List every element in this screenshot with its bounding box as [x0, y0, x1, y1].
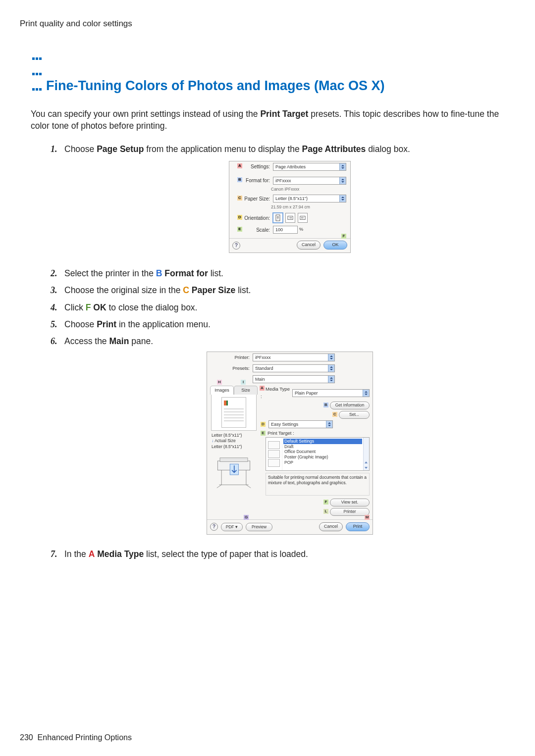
target-item-poster[interactable]: Poster (Graphic Image) [283, 454, 362, 460]
target-item-office[interactable]: Office Document [283, 449, 362, 454]
page-preview [211, 395, 257, 431]
letter-tag-f: F [341, 234, 346, 239]
paper-size-sub: 21.59 cm x 27.94 cm [269, 204, 350, 211]
step-3: Choose the original size in the C Paper … [51, 284, 515, 301]
preview-button[interactable]: Preview [246, 523, 272, 531]
footer-section: Enhanced Printing Options [38, 733, 132, 742]
step-5: Choose Print in the application menu. [51, 318, 515, 335]
page-footer: 230 Enhanced Printing Options [20, 733, 132, 742]
letter-tag-b2: B [323, 403, 328, 407]
print-target-description: Suitable for printing normal documents t… [266, 473, 370, 496]
step-4: Click F OK to close the dialog box. [51, 301, 515, 318]
set-button[interactable]: C Set... [339, 411, 370, 419]
presets-label: Presets: [211, 365, 253, 372]
format-for-combo[interactable]: iPFxxxx [273, 177, 346, 185]
easy-settings-combo[interactable]: Easy Settings [268, 420, 333, 428]
orientation-group [273, 213, 308, 223]
breadcrumb: Print quality and color settings [20, 19, 515, 29]
page-setup-dialog: ASettings: Page Attributes BFormat for: … [229, 161, 351, 253]
target-item-default[interactable]: Default Settings [283, 439, 362, 444]
help-icon[interactable]: ? [232, 242, 240, 250]
format-for-sub: Canon iPFxxxx [269, 186, 350, 194]
letter-tag-b: B [237, 177, 242, 182]
printer-combo[interactable]: iPFxxxx [253, 353, 335, 361]
grid-icon [32, 49, 42, 95]
svg-line-10 [246, 485, 251, 488]
orientation-landscape-left[interactable] [285, 213, 295, 223]
media-type-combo[interactable]: Plain Paper [292, 389, 370, 397]
letter-tag-e2: E [261, 431, 266, 436]
orientation-portrait[interactable] [273, 213, 283, 223]
pdf-menu-button[interactable]: PDF ▾ [221, 523, 243, 531]
orientation-landscape-right[interactable] [298, 213, 308, 223]
print-dialog: Printer: iPFxxxx Presets: Standard Main … [207, 352, 373, 535]
pane-combo[interactable]: Main [253, 375, 335, 383]
help-icon-2[interactable]: ? [210, 523, 218, 531]
target-item-pop[interactable]: POP [283, 460, 362, 465]
scrollbar[interactable] [363, 438, 369, 470]
step-1: Choose Page Setup from the application m… [51, 143, 515, 267]
view-set-button[interactable]: F View set. [330, 499, 370, 506]
printer-button[interactable]: L Printer [330, 508, 370, 516]
settings-combo[interactable]: Page Attributes [273, 163, 346, 171]
print-button[interactable]: Print [346, 522, 370, 531]
letter-tag-m: M [365, 515, 370, 520]
page-info: Letter (8.5"x11") ↓ Actual Size Letter (… [212, 433, 256, 450]
ok-button[interactable]: OK [323, 241, 347, 250]
letter-tag-f2: F [323, 500, 328, 504]
letter-tag-g: G [244, 515, 249, 520]
print-target-thumbs [266, 438, 282, 470]
tab-size[interactable]: Size [234, 386, 258, 395]
letter-tag-d: D [237, 215, 242, 220]
letter-tag-c: C [237, 196, 242, 201]
scale-input[interactable]: 100 [273, 226, 298, 234]
get-information-button[interactable]: B Get Information [330, 402, 370, 409]
letter-tag-c2: C [332, 412, 337, 417]
down-arrow-icon: ↓ [212, 438, 214, 443]
letter-tag-i: I [241, 380, 246, 385]
steps-list: Choose Page Setup from the application m… [51, 143, 515, 564]
print-target-label: Print Target : [268, 430, 294, 437]
printer-illustration [212, 453, 256, 490]
tab-images[interactable]: Images [210, 386, 234, 395]
svg-line-9 [217, 485, 221, 488]
page-number: 230 [20, 733, 33, 742]
printer-label: Printer: [211, 354, 253, 361]
scale-percent: % [299, 226, 303, 233]
step-7: In the A Media Type list, select the typ… [51, 548, 515, 564]
print-target-list[interactable]: Default Settings Draft Office Document P… [266, 437, 370, 471]
cancel-button[interactable]: Cancel [297, 241, 321, 250]
preview-tabs: H I Images Size [210, 386, 258, 395]
letter-tag-a: A [237, 163, 242, 168]
letter-tag-e: E [237, 227, 242, 232]
step-6: Access the Main pane. Printer: iPFxxxx P… [51, 335, 515, 548]
print-cancel-button[interactable]: Cancel [319, 522, 343, 531]
letter-tag-l: L [323, 509, 328, 514]
letter-tag-h: H [217, 380, 222, 385]
letter-tag-a2: A [260, 386, 265, 391]
step-2: Select the printer in the B Format for l… [51, 267, 515, 284]
presets-combo[interactable]: Standard [253, 364, 335, 372]
paper-size-combo[interactable]: Letter (8.5"x11") [273, 195, 346, 202]
title-text: Fine-Tuning Colors of Photos and Images … [46, 78, 385, 93]
letter-tag-d2: D [261, 422, 266, 427]
svg-rect-4 [220, 458, 248, 462]
target-item-draft[interactable]: Draft [283, 444, 362, 450]
page-title: Fine-Tuning Colors of Photos and Images … [20, 49, 515, 95]
intro-paragraph: You can specify your own print settings … [31, 108, 515, 132]
